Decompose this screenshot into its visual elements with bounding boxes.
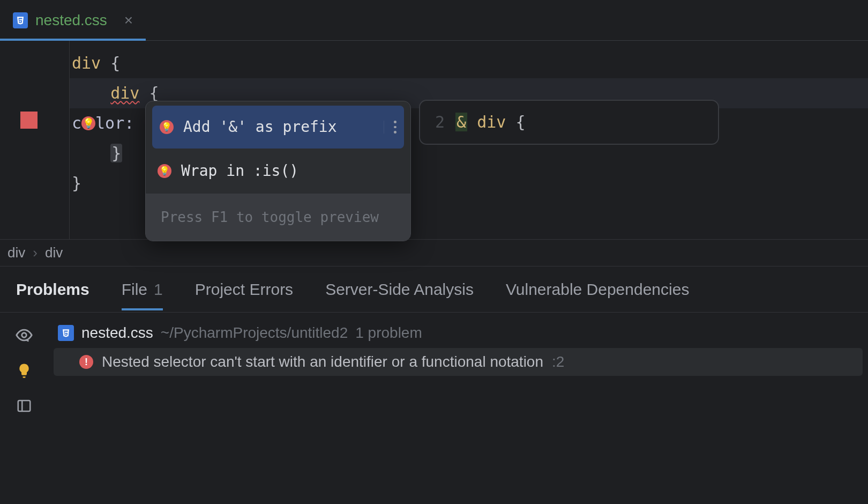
close-icon[interactable]: × [124,12,133,29]
svg-rect-1 [18,401,31,411]
breadcrumb: div › div [0,239,868,266]
bulb-icon[interactable] [14,361,34,380]
layout-icon[interactable] [14,396,34,416]
problem-item[interactable]: ! Nested selector can't start with an id… [54,348,863,376]
svg-point-0 [22,333,27,338]
problem-file-header[interactable]: nested.css ~/PycharmProjects/untitled2 1… [54,321,863,345]
gutter [0,41,70,239]
bulb-icon: 💡 [158,164,171,178]
bulb-icon: 💡 [160,120,174,134]
tab-nested-css[interactable]: nested.css × [0,0,146,40]
popup-footer: Press F1 to toggle preview [146,194,410,241]
preview-line-number: 2 [435,107,445,137]
intention-popup: 💡 Add '&' as prefix 💡 Wrap in :is() Pres… [145,101,411,241]
code-area[interactable]: div { div { c💡lor: } } 💡 Add '&' as pref… [70,41,868,239]
chevron-right-icon: › [33,244,38,261]
more-icon[interactable] [384,121,396,134]
editor: div { div { c💡lor: } } 💡 Add '&' as pref… [0,41,868,239]
css-file-icon [13,13,28,28]
tab-label: nested.css [35,12,107,29]
problems-panel: nested.css ~/PycharmProjects/untitled2 1… [0,312,868,504]
problems-list: nested.css ~/PycharmProjects/untitled2 1… [48,313,868,504]
tab-vulnerable-deps[interactable]: Vulnerable Dependencies [506,269,689,310]
problems-toolbar [0,313,48,504]
intention-preview: 2 & div { [419,100,719,145]
code-line-1: div { [70,48,868,78]
eye-icon[interactable] [14,325,34,345]
intention-add-amp-prefix[interactable]: 💡 Add '&' as prefix [152,106,404,149]
tab-server-analysis[interactable]: Server-Side Analysis [325,269,474,310]
tab-problems[interactable]: Problems [16,269,89,310]
preview-amp: & [455,113,467,131]
css-file-icon [58,325,74,341]
intention-bulb-icon[interactable]: 💡 [81,116,95,130]
tab-bar: nested.css × [0,0,868,41]
tab-file[interactable]: File 1 [122,269,163,310]
intention-wrap-is[interactable]: 💡 Wrap in :is() [146,149,410,194]
intention-label: Add '&' as prefix [183,112,337,142]
problems-tabs: Problems File 1 Project Errors Server-Si… [0,266,868,312]
error-icon: ! [79,355,93,369]
breadcrumb-segment[interactable]: div [45,244,63,261]
intention-label: Wrap in :is() [181,156,298,186]
breadcrumb-segment[interactable]: div [8,244,25,261]
tab-project-errors[interactable]: Project Errors [195,269,293,310]
gutter-error-mark[interactable] [20,112,38,129]
